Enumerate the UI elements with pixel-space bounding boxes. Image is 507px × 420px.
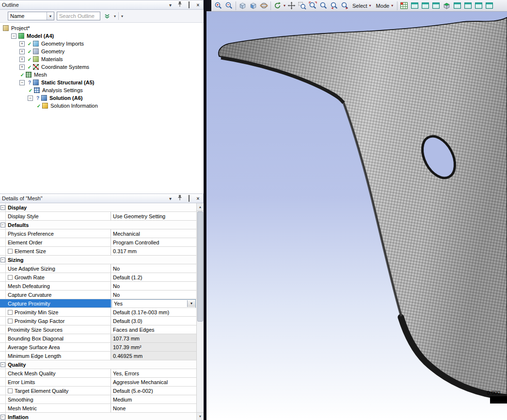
property-name-cell[interactable]: Proximity Min Size xyxy=(6,308,111,316)
tree-item[interactable]: +✓Coordinate Systems xyxy=(0,63,204,71)
property-value-cell[interactable]: 0.46925 mm xyxy=(111,352,196,360)
details-property-row[interactable]: Proximity Gap FactorDefault (3.0) xyxy=(0,317,196,325)
details-property-row[interactable]: Proximity Min SizeDefault (3.17e-003 mm) xyxy=(0,308,196,317)
mesh-viewport-canvas[interactable] xyxy=(206,12,507,420)
mode-button[interactable]: Mode ▾ xyxy=(374,1,396,11)
property-value-cell[interactable]: No xyxy=(111,264,196,273)
details-property-row[interactable]: Minimum Edge Length0.46925 mm xyxy=(0,352,196,360)
details-category-row[interactable]: −Defaults xyxy=(0,221,196,229)
outline-panel-header[interactable]: Outline ▾ × xyxy=(0,0,204,10)
property-name-cell[interactable]: Element Order xyxy=(6,238,111,246)
details-property-row[interactable]: Target Element QualityDefault (5.e-002) xyxy=(0,387,196,395)
viewport-window-icon[interactable] xyxy=(452,1,462,11)
property-name-cell[interactable]: Error Limits xyxy=(6,378,111,386)
orbit-icon[interactable] xyxy=(259,1,269,11)
scroll-up-icon[interactable]: ▲ xyxy=(197,203,204,211)
details-property-row[interactable]: Bounding Box Diagonal107.73 mm xyxy=(0,334,196,343)
category-collapse-icon[interactable]: − xyxy=(0,223,5,227)
filter-options-icon[interactable]: ▾ xyxy=(121,14,123,18)
tree-item[interactable]: −?Solution (A6) xyxy=(0,94,204,102)
property-name-cell[interactable]: Growth Rate xyxy=(6,273,111,281)
details-category-row[interactable]: −Sizing xyxy=(0,256,196,264)
view-cube-icon[interactable] xyxy=(248,1,258,11)
tree-item[interactable]: ✓Analysis Settings xyxy=(0,86,204,94)
expand-toggle-icon[interactable]: + xyxy=(19,65,25,70)
category-collapse-icon[interactable]: − xyxy=(0,205,5,210)
chevron-down-icon[interactable]: ▼ xyxy=(187,300,195,307)
details-property-row[interactable]: Capture ProximityYes▼ xyxy=(0,299,196,308)
property-value-cell[interactable]: Default (3.17e-003 mm) xyxy=(111,308,196,316)
details-property-row[interactable]: Proximity Size SourcesFaces and Edges xyxy=(0,325,196,334)
property-name-cell[interactable]: Minimum Edge Length xyxy=(6,352,111,360)
property-value-cell[interactable]: No xyxy=(111,282,196,290)
zoom-prev-icon[interactable] xyxy=(329,1,339,11)
pin-icon[interactable] xyxy=(176,194,183,202)
property-value-cell[interactable]: None xyxy=(111,404,196,412)
viewport-window-icon[interactable] xyxy=(431,1,441,11)
category-collapse-icon[interactable]: − xyxy=(0,362,5,367)
details-scrollbar[interactable]: ▲ ▼ xyxy=(196,203,204,420)
maximize-icon[interactable] xyxy=(186,2,192,8)
chevron-down-icon[interactable]: ▾ xyxy=(284,3,285,8)
checkbox[interactable] xyxy=(8,249,13,254)
expand-collapse-icon[interactable] xyxy=(103,12,111,20)
selection-grid-icon[interactable] xyxy=(399,1,409,11)
details-category-row[interactable]: −Inflation xyxy=(0,413,196,420)
details-property-row[interactable]: Element OrderProgram Controlled xyxy=(0,238,196,247)
viewport-window-icon[interactable] xyxy=(420,1,430,11)
panel-menu-icon[interactable]: ▾ xyxy=(167,2,174,8)
property-name-cell[interactable]: Proximity Size Sources xyxy=(6,325,111,334)
panel-menu-icon[interactable]: ▾ xyxy=(167,195,174,202)
property-value-cell[interactable]: Aggressive Mechanical xyxy=(111,378,196,386)
property-value-cell[interactable]: Yes▼ xyxy=(111,299,196,307)
search-input[interactable] xyxy=(57,12,100,20)
details-property-row[interactable]: Average Surface Area107.39 mm² xyxy=(0,343,196,352)
category-collapse-icon[interactable]: − xyxy=(0,258,5,262)
property-value-cell[interactable]: Default (1.2) xyxy=(111,273,196,281)
details-property-row[interactable]: Capture CurvatureNo xyxy=(0,291,196,299)
property-name-cell[interactable]: Proximity Gap Factor xyxy=(6,317,111,325)
zoom-fit-icon[interactable] xyxy=(308,1,318,11)
details-property-row[interactable]: Display StyleUse Geometry Setting xyxy=(0,212,196,221)
chevron-down-icon[interactable]: ▾ xyxy=(114,14,116,18)
details-property-row[interactable]: Mesh MetricNone xyxy=(0,404,196,413)
tree-item[interactable]: −?Static Structural (A5) xyxy=(0,79,204,86)
tree-item[interactable]: ✓Mesh xyxy=(0,71,204,79)
viewport-window-icon[interactable] xyxy=(484,1,494,11)
category-collapse-icon[interactable]: − xyxy=(0,415,5,420)
select-button[interactable]: Select ▾ xyxy=(350,1,374,11)
box-zoom-icon[interactable] xyxy=(297,1,307,11)
zoom-next-icon[interactable] xyxy=(340,1,350,11)
checkbox[interactable] xyxy=(8,310,13,315)
zoom-magnifier-icon[interactable] xyxy=(318,1,329,11)
checkbox[interactable] xyxy=(8,319,13,323)
chevron-down-icon[interactable]: ▼ xyxy=(47,12,54,20)
tree-item[interactable]: +✓Geometry xyxy=(0,48,204,55)
close-icon[interactable]: × xyxy=(195,195,201,202)
meshed-part[interactable] xyxy=(219,17,507,397)
property-value-cell[interactable]: 107.73 mm xyxy=(111,334,196,342)
pin-icon[interactable] xyxy=(176,1,183,9)
details-panel-header[interactable]: Details of "Mesh" ▾ × xyxy=(0,194,204,203)
tree-item[interactable]: Project* xyxy=(0,24,204,32)
property-name-cell[interactable]: Bounding Box Diagonal xyxy=(6,334,111,342)
scroll-down-icon[interactable]: ▼ xyxy=(197,412,204,420)
zoom-in-icon[interactable] xyxy=(213,1,223,11)
details-category-row[interactable]: −Display xyxy=(0,203,196,212)
pan-icon[interactable] xyxy=(286,1,297,11)
property-name-cell[interactable]: Display Style xyxy=(6,212,111,220)
expand-toggle-icon[interactable]: + xyxy=(19,57,25,62)
scrollbar-thumb[interactable] xyxy=(197,211,203,322)
property-value-cell[interactable]: 0.317 mm xyxy=(111,247,196,255)
property-name-cell[interactable]: Physics Preference xyxy=(6,229,111,238)
details-property-row[interactable]: Check Mesh QualityYes, Errors xyxy=(0,369,196,378)
property-name-cell[interactable]: Element Size xyxy=(6,247,111,255)
viewport-window-icon[interactable] xyxy=(474,1,484,11)
property-value-cell[interactable]: Medium xyxy=(111,395,196,404)
collapse-toggle-icon[interactable]: − xyxy=(11,33,16,39)
checkbox[interactable] xyxy=(8,388,13,393)
zoom-out-icon[interactable] xyxy=(224,1,234,11)
details-category-row[interactable]: −Quality xyxy=(0,360,196,369)
property-name-cell[interactable]: Average Surface Area xyxy=(6,343,111,351)
maximize-icon[interactable] xyxy=(186,195,192,202)
